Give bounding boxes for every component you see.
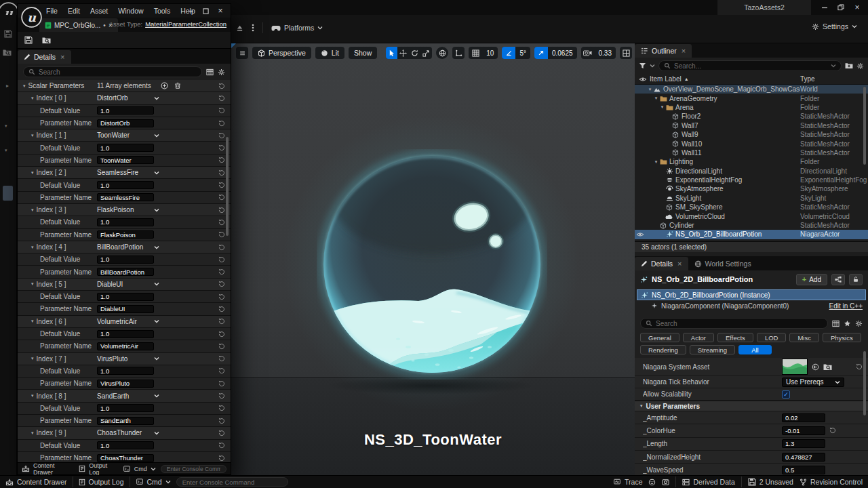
parameter-dropdown[interactable]: ToonWater: [97, 131, 159, 139]
outliner-row[interactable]: ▾ArenaFolder: [635, 103, 868, 112]
reset-icon[interactable]: [218, 331, 225, 338]
outliner-row[interactable]: DirectionalLightDirectionalLight: [635, 167, 868, 176]
parameter-name-input[interactable]: [97, 119, 154, 127]
outliner-row[interactable]: VolumetricCloudVolumetricCloud: [635, 211, 868, 220]
outliner-row[interactable]: ▾ArenaGeometryFolder: [635, 94, 868, 102]
reset-icon[interactable]: [218, 144, 225, 151]
reset-icon[interactable]: [218, 405, 225, 411]
default-value-input[interactable]: [97, 367, 154, 375]
reset-icon[interactable]: [218, 95, 225, 102]
scalar-parameters-header[interactable]: ▾ Scalar Parameters 11 Array elements: [18, 80, 231, 92]
derived-data-button[interactable]: Derived Data: [682, 478, 734, 486]
screenshot-icon[interactable]: [662, 479, 669, 486]
category-chip-misc[interactable]: Misc: [789, 333, 819, 342]
mpc-index-row[interactable]: ▾Index [ 9 ]ChoasThunder: [18, 427, 231, 439]
scale-snap-control[interactable]: 0.0625: [534, 47, 577, 59]
component-row[interactable]: NiagaraComponent (NiagaraComponent0) Edi…: [635, 300, 868, 311]
parameter-name-input[interactable]: [97, 342, 154, 350]
parameter-name-input[interactable]: [97, 268, 154, 276]
reset-icon[interactable]: [218, 430, 225, 436]
reset-icon[interactable]: [218, 219, 225, 226]
mpc-index-row[interactable]: ▾Index [ 7 ]VirusPluto: [18, 353, 231, 365]
parameter-name-input[interactable]: [97, 230, 154, 239]
create-folder-icon[interactable]: [845, 62, 853, 69]
camera-speed-control[interactable]: 0.33: [581, 47, 616, 59]
default-value-input[interactable]: [97, 404, 154, 412]
outliner-scrollbar[interactable]: [863, 87, 866, 165]
console-command-input[interactable]: [182, 479, 282, 486]
expander-icon[interactable]: ▾: [5, 148, 7, 153]
reset-icon[interactable]: [218, 107, 225, 114]
more-options-icon[interactable]: [252, 24, 254, 32]
outliner-row[interactable]: ExponentialHeightFogExponentialHeightFog: [635, 176, 868, 184]
outliner-row[interactable]: NS_Orb_2D_BillboardPotionNiagaraActor: [635, 230, 868, 239]
default-value-input[interactable]: [97, 218, 154, 226]
parameter-dropdown[interactable]: VirusPluto: [97, 355, 159, 363]
parameter-value-input[interactable]: [782, 439, 825, 448]
expander-icon[interactable]: ▾: [31, 207, 34, 213]
viewport-layout-button[interactable]: [620, 47, 632, 59]
outliner-row[interactable]: Wall10StaticMeshActor: [635, 139, 868, 148]
edit-in-cpp-link[interactable]: Edit in C++: [829, 302, 863, 310]
mpc-index-row[interactable]: ▾Index [ 4 ]BillBoardPotion: [18, 241, 231, 253]
category-chip-lod[interactable]: LOD: [757, 333, 787, 342]
parameter-name-input[interactable]: [97, 380, 154, 388]
mpc-scrollbar[interactable]: [226, 137, 229, 236]
tab-details[interactable]: Details ×: [18, 50, 71, 64]
use-selected-icon[interactable]: [812, 363, 819, 371]
reset-icon[interactable]: [218, 281, 225, 287]
eject-icon[interactable]: [236, 24, 243, 32]
surface-snap-button[interactable]: [452, 47, 465, 59]
asset-type-link[interactable]: MaterialParameterCollection: [145, 20, 226, 28]
reset-icon[interactable]: [829, 427, 836, 434]
reset-icon[interactable]: [218, 169, 225, 176]
reset-icon[interactable]: [218, 367, 225, 374]
viewport-options-button[interactable]: [236, 47, 248, 59]
expand-arrow-icon[interactable]: ▸: [6, 83, 9, 89]
menu-edit[interactable]: Edit: [68, 7, 80, 15]
parameter-name-input[interactable]: [97, 454, 154, 462]
tick-behavior-dropdown[interactable]: Use Prereqs: [782, 378, 844, 387]
outliner-row[interactable]: SM_SkySphereStaticMeshActor: [635, 203, 868, 211]
outliner-row[interactable]: Floor2StaticMeshActor: [635, 112, 868, 121]
outliner-row[interactable]: SkyLightSkyLight: [635, 194, 868, 203]
parameter-value-input[interactable]: [782, 453, 825, 462]
expander-icon[interactable]: ▾: [31, 430, 34, 436]
scale-tool-button[interactable]: [420, 47, 432, 59]
reset-icon[interactable]: [856, 363, 863, 370]
console-command-input[interactable]: [167, 466, 220, 472]
content-drawer-button[interactable]: Content Drawer: [5, 478, 67, 486]
expander-icon[interactable]: ▾: [653, 159, 659, 165]
visibility-eye-icon[interactable]: [635, 232, 646, 237]
add-element-icon[interactable]: [161, 82, 168, 89]
category-chip-rendering[interactable]: Rendering: [640, 345, 686, 354]
outliner-row[interactable]: Wall7StaticMeshActor: [635, 121, 868, 130]
output-log-button[interactable]: Output Log: [79, 462, 118, 476]
mpc-search-input[interactable]: [39, 68, 197, 76]
mpc-index-row[interactable]: ▾Index [ 8 ]SandEarth: [18, 390, 231, 402]
outliner-row[interactable]: Wall9StaticMeshActor: [635, 130, 868, 139]
close-button[interactable]: ×: [213, 4, 228, 18]
item-label-column[interactable]: Item Label: [650, 75, 682, 83]
browse-button[interactable]: [42, 37, 51, 44]
trace-button[interactable]: Trace: [613, 478, 642, 486]
gear-icon[interactable]: [856, 62, 864, 70]
reset-icon[interactable]: [218, 256, 225, 263]
grid-snap-control[interactable]: 10: [469, 47, 498, 59]
mpc-index-row[interactable]: ▾Index [ 5 ]DiableUI: [18, 279, 231, 291]
default-value-input[interactable]: [97, 293, 154, 301]
category-chip-actor[interactable]: Actor: [683, 333, 714, 342]
parameter-dropdown[interactable]: DiableUI: [97, 281, 159, 288]
select-tool-button[interactable]: [386, 47, 397, 59]
reset-icon[interactable]: [218, 455, 225, 462]
default-value-input[interactable]: [97, 256, 154, 264]
parameter-name-input[interactable]: [97, 193, 154, 201]
expander-icon[interactable]: ▾: [31, 319, 34, 324]
favorites-icon[interactable]: [844, 320, 851, 327]
reset-icon[interactable]: [218, 268, 225, 275]
platforms-dropdown[interactable]: Platforms: [271, 24, 323, 32]
content-drawer-button[interactable]: Content Drawer: [22, 462, 74, 476]
reset-icon[interactable]: [218, 120, 225, 127]
category-chip-effects[interactable]: Effects: [717, 333, 753, 342]
level-viewport[interactable]: NS_3D_ToonWater Perspective Lit Show: [231, 43, 635, 475]
